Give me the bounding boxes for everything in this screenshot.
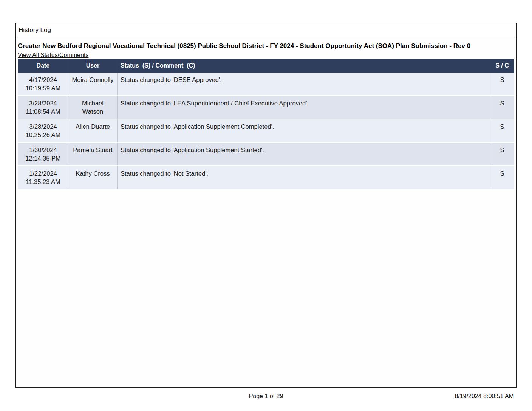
date-cell: 1/22/2024 11:35:23 AM bbox=[18, 166, 68, 189]
sc-cell: S bbox=[490, 96, 514, 119]
time-value: 10:25:26 AM bbox=[21, 131, 65, 139]
user-cell: Michael Watson bbox=[68, 96, 118, 119]
column-header-sc: S / C bbox=[490, 59, 514, 73]
user-cell: Moira Connolly bbox=[68, 73, 118, 96]
status-cell: Status changed to 'Not Started'. bbox=[118, 166, 490, 189]
table-row: 3/28/2024 11:08:54 AM Michael Watson Sta… bbox=[18, 96, 514, 119]
status-cell: Status changed to 'Application Supplemen… bbox=[118, 142, 490, 166]
date-value: 3/28/2024 bbox=[21, 122, 65, 131]
date-value: 1/30/2024 bbox=[21, 146, 65, 154]
status-cell: Status changed to 'Application Supplemen… bbox=[118, 119, 490, 142]
column-header-status: Status (S) / Comment (C) bbox=[118, 59, 490, 73]
table-row: 4/17/2024 10:19:59 AM Moira Connolly Sta… bbox=[18, 73, 514, 96]
table-header-row: Date User Status (S) / Comment (C) S / C bbox=[18, 59, 514, 73]
sc-cell: S bbox=[490, 166, 514, 189]
status-cell: Status changed to 'DESE Approved'. bbox=[118, 73, 490, 96]
date-cell: 1/30/2024 12:14:35 PM bbox=[18, 142, 68, 166]
date-cell: 3/28/2024 11:08:54 AM bbox=[18, 96, 68, 119]
time-value: 11:35:23 AM bbox=[21, 178, 65, 186]
document-header: Greater New Bedford Regional Vocational … bbox=[16, 37, 516, 59]
sc-cell: S bbox=[490, 73, 514, 96]
time-value: 11:08:54 AM bbox=[21, 107, 65, 116]
status-cell: Status changed to 'LEA Superintendent / … bbox=[118, 96, 490, 119]
document-title: Greater New Bedford Regional Vocational … bbox=[18, 42, 514, 50]
page-footer: Page 1 of 29 8/19/2024 8:00:51 AM bbox=[0, 393, 532, 402]
sc-cell: S bbox=[490, 119, 514, 142]
date-value: 3/28/2024 bbox=[21, 99, 65, 107]
report-page: History Log Greater New Bedford Regional… bbox=[0, 0, 532, 411]
user-cell: Pamela Stuart bbox=[68, 142, 118, 166]
time-value: 12:14:35 PM bbox=[21, 154, 65, 162]
date-value: 1/22/2024 bbox=[21, 169, 65, 178]
user-cell: Kathy Cross bbox=[68, 166, 118, 189]
table-row: 1/22/2024 11:35:23 AM Kathy Cross Status… bbox=[18, 166, 514, 189]
column-header-date: Date bbox=[18, 59, 68, 73]
date-cell: 3/28/2024 10:25:26 AM bbox=[18, 119, 68, 142]
column-header-user: User bbox=[68, 59, 118, 73]
page-number: Page 1 of 29 bbox=[0, 393, 532, 400]
view-all-status-comments-link[interactable]: View All Status/Comments bbox=[18, 51, 88, 59]
user-cell: Allen Duarte bbox=[68, 119, 118, 142]
table-row: 1/30/2024 12:14:35 PM Pamela Stuart Stat… bbox=[18, 142, 514, 166]
print-datetime: 8/19/2024 8:00:51 AM bbox=[455, 393, 514, 400]
sc-cell: S bbox=[490, 142, 514, 166]
history-log-table: Date User Status (S) / Comment (C) S / C… bbox=[18, 59, 514, 189]
date-value: 4/17/2024 bbox=[21, 76, 65, 84]
panel-title: History Log bbox=[16, 23, 516, 37]
date-cell: 4/17/2024 10:19:59 AM bbox=[18, 73, 68, 96]
time-value: 10:19:59 AM bbox=[21, 84, 65, 92]
history-log-panel: History Log Greater New Bedford Regional… bbox=[15, 23, 517, 388]
table-row: 3/28/2024 10:25:26 AM Allen Duarte Statu… bbox=[18, 119, 514, 142]
